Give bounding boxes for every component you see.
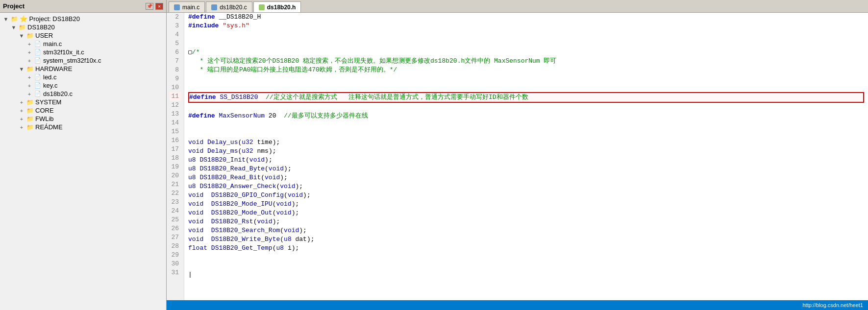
toggle-readme: + xyxy=(18,124,25,130)
tab-ds18b20-h[interactable]: ds18b20.h xyxy=(253,1,301,12)
tab-ds18b20-h-label: ds18b20.h xyxy=(267,4,296,11)
code-line-21: u8 DS18B20_Answer_Check(void); xyxy=(188,182,864,191)
line-num-13: 13 xyxy=(170,110,181,119)
line-num-14: 14 xyxy=(170,119,181,127)
led-c-label: led.c xyxy=(43,73,56,81)
line-num-25: 25 xyxy=(170,215,181,224)
fwlib-icon: 📁 xyxy=(25,116,34,122)
hardware-label: HARDWARE xyxy=(35,65,72,72)
code-line-24: void DS18B20_Mode_Out(void); xyxy=(188,209,864,217)
code-line-23: void DS18B20_Mode_IPU(void); xyxy=(188,200,864,209)
tree-hardware[interactable]: ▼ 📁 HARDWARE xyxy=(0,65,166,73)
stm32-it-label: stm32f10x_it.c xyxy=(43,48,84,56)
main-c-label: main.c xyxy=(43,40,62,48)
code-line-15 xyxy=(188,129,864,138)
tab-ds18b20-c-label: ds18b20.c xyxy=(220,4,247,11)
fwlib-label: FWLib xyxy=(35,115,54,122)
code-line-26: void DS18B20_Search_Rom(void); xyxy=(188,226,864,235)
line-num-28: 28 xyxy=(170,242,181,251)
code-line-16: void Delay_us(u32 time); xyxy=(188,138,864,147)
line-num-20: 20 xyxy=(170,171,181,180)
close-button[interactable]: ✕ xyxy=(155,3,163,10)
code-line-27: void DS18B20_Write_Byte(u8 dat); xyxy=(188,235,864,244)
line-num-26: 26 xyxy=(170,224,181,233)
tree-main-c[interactable]: + 📄 main.c xyxy=(0,40,166,48)
line-num-18: 18 xyxy=(170,154,181,163)
code-line-31: | xyxy=(188,270,864,279)
tab-main-c-icon xyxy=(174,4,180,10)
line-num-29: 29 xyxy=(170,251,181,260)
code-line-4 xyxy=(188,30,864,39)
toggle-system-stm: + xyxy=(25,58,33,64)
project-title: Project xyxy=(3,2,25,10)
tree-root[interactable]: ▼ 📁 ⭐ Project: DS18B20 xyxy=(0,15,166,23)
toggle-system: + xyxy=(18,99,25,105)
toggle-stm32-it: + xyxy=(25,49,33,55)
code-line-30 xyxy=(188,262,864,270)
toggle-core: + xyxy=(18,108,25,114)
code-line-18: u8 DS18B20_Init(void); xyxy=(188,156,864,165)
code-line-10 xyxy=(188,83,864,92)
tab-main-c-label: main.c xyxy=(182,4,199,11)
tree-fwlib[interactable]: + 📁 FWLib xyxy=(0,115,166,123)
line-num-8: 8 xyxy=(170,66,181,74)
tab-main-c[interactable]: main.c xyxy=(169,1,205,12)
line-num-16: 16 xyxy=(170,136,181,145)
project-panel: Project 📌 ✕ ▼ 📁 ⭐ Project: DS18B20 ▼ 📁 D… xyxy=(0,0,167,310)
root-icon: 📁 xyxy=(10,16,19,23)
key-c-label: key.c xyxy=(43,82,57,89)
tree-ds18b20-c[interactable]: + 📄 ds18b20.c xyxy=(0,90,166,98)
code-line-25: void DS18B20_Rst(void); xyxy=(188,217,864,226)
toggle-hardware: ▼ xyxy=(18,66,25,72)
line-num-27: 27 xyxy=(170,233,181,242)
tab-ds18b20-c[interactable]: ds18b20.c xyxy=(206,1,252,12)
led-c-icon: 📄 xyxy=(33,74,42,81)
ds18b20-c-label: ds18b20.c xyxy=(43,90,73,97)
tree-led-c[interactable]: + 📄 led.c xyxy=(0,73,166,81)
line-num-17: 17 xyxy=(170,145,181,154)
stm32-it-icon: 📄 xyxy=(33,49,42,56)
code-content[interactable]: #define __DS18B20_H #include "sys.h" ▢/*… xyxy=(184,13,868,300)
code-line-11: #define SS_DS18B20 //定义这个就是搜索方式 注释这句话就是普… xyxy=(188,92,864,103)
code-line-20: u8 DS18B20_Read_Bit(void); xyxy=(188,173,864,182)
readme-label: REÁDME xyxy=(35,123,63,131)
code-line-17: void Delay_ms(u32 nms); xyxy=(188,147,864,156)
code-line-8: * 端口用的是PA0端口外接上拉电阻选470欧姆，否则是不好用的。*/ xyxy=(188,66,864,74)
hardware-icon: 📁 xyxy=(25,66,34,72)
root-label: ⭐ Project: DS18B20 xyxy=(20,15,80,23)
code-line-3: #include "sys.h" xyxy=(188,22,864,30)
code-area[interactable]: 2 3 4 5 6 7 8 9 10 11 12 13 14 15 16 17 … xyxy=(167,13,868,300)
toggle-root: ▼ xyxy=(2,16,10,22)
toggle-key-c: + xyxy=(25,83,33,89)
user-label: USER xyxy=(35,32,53,39)
line-num-10: 10 xyxy=(170,83,181,92)
tree-system-stm[interactable]: + 📄 system_stm32f10x.c xyxy=(0,56,166,65)
code-line-9 xyxy=(188,74,864,83)
toggle-ds18b20: ▼ xyxy=(10,24,18,30)
header-icons: 📌 ✕ xyxy=(146,3,163,10)
line-numbers: 2 3 4 5 6 7 8 9 10 11 12 13 14 15 16 17 … xyxy=(167,13,184,300)
tree-user[interactable]: ▼ 📁 USER xyxy=(0,31,166,40)
code-line-6: ▢/* xyxy=(188,48,864,57)
tree-ds18b20[interactable]: ▼ 📁 DS18B20 xyxy=(0,23,166,31)
code-line-5 xyxy=(188,39,864,48)
code-line-12 xyxy=(188,103,864,112)
line-num-19: 19 xyxy=(170,163,181,171)
tree-core[interactable]: + 📁 CORE xyxy=(0,106,166,115)
ds18b20-label: DS18B20 xyxy=(27,24,55,31)
project-tree: ▼ 📁 ⭐ Project: DS18B20 ▼ 📁 DS18B20 ▼ 📁 U… xyxy=(0,13,166,310)
tree-readme[interactable]: + 📁 REÁDME xyxy=(0,123,166,131)
line-num-3: 3 xyxy=(170,22,181,30)
tree-key-c[interactable]: + 📄 key.c xyxy=(0,81,166,90)
tree-stm32-it[interactable]: + 📄 stm32f10x_it.c xyxy=(0,48,166,56)
line-num-6: 6 xyxy=(170,48,181,57)
ds18b20-c-icon: 📄 xyxy=(33,91,42,97)
line-num-11: 11 xyxy=(170,92,181,101)
line-num-5: 5 xyxy=(170,39,181,48)
tree-system[interactable]: + 📁 SYSTEM xyxy=(0,98,166,106)
ds18b20-icon: 📁 xyxy=(18,24,26,31)
readme-icon: 📁 xyxy=(25,124,34,131)
line-num-22: 22 xyxy=(170,189,181,198)
pin-button[interactable]: 📌 xyxy=(146,3,153,10)
line-num-12: 12 xyxy=(170,101,181,110)
